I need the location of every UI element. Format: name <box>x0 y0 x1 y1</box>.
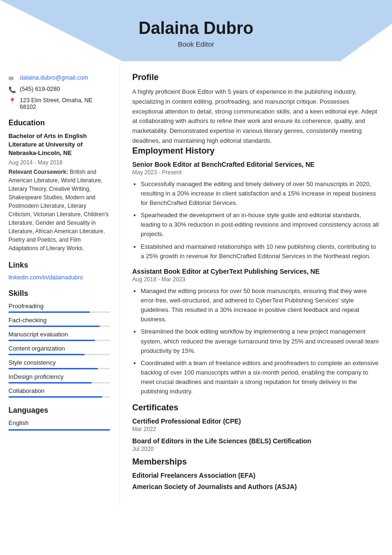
certificate-item: Board of Editors in the Life Sciences (B… <box>132 437 379 452</box>
skill-item: Manuscript evaluation <box>8 331 110 341</box>
job-title: Senior Book Editor at BenchCrafted Edito… <box>132 161 379 168</box>
links-title: Links <box>8 261 110 269</box>
skill-name: Content organization <box>8 345 110 352</box>
education-section: Education Bachelor of Arts in English Li… <box>8 119 110 253</box>
memberships-list: Editorial Freelancers Association (EFA)A… <box>132 472 379 490</box>
languages-list: English <box>8 419 110 431</box>
skill-bar-fill <box>8 396 102 398</box>
jobs-list: Senior Book Editor at BenchCrafted Edito… <box>132 161 379 397</box>
job-item: Senior Book Editor at BenchCrafted Edito… <box>132 161 379 261</box>
employment-section-title: Employment History <box>132 146 379 156</box>
language-name: English <box>8 419 110 426</box>
skill-bar-fill <box>8 340 95 341</box>
phone-icon: 📞 <box>8 86 16 93</box>
membership-item: American Society of Journalists and Auth… <box>132 483 379 490</box>
skill-item: Style consistency <box>8 359 110 369</box>
skill-bar-bg <box>8 340 110 341</box>
profile-text: A highly proficient Book Editor with 5 y… <box>132 87 379 146</box>
cert-date: Jul 2020 <box>132 446 379 452</box>
job-title: Assistant Book Editor at CyberText Publi… <box>132 268 379 275</box>
edu-degree: Bachelor of Arts in English Literature a… <box>8 132 110 158</box>
skill-name: InDesign proficiency <box>8 373 110 380</box>
skills-title: Skills <box>8 289 110 298</box>
linkedin-link[interactable]: linkedin.com/in/dalainadubro <box>8 274 110 281</box>
header-job-title: Book Editor <box>178 40 215 48</box>
skill-bar-bg <box>8 368 110 369</box>
cert-name: Board of Editors in the Life Sciences (B… <box>132 437 379 445</box>
skill-item: Proofreading <box>8 302 110 313</box>
profile-section: Profile A highly proficient Book Editor … <box>132 73 379 146</box>
contact-email-item: ✉ dalaina.dubro@gmail.com <box>8 74 110 82</box>
education-title: Education <box>8 119 110 127</box>
job-item: Assistant Book Editor at CyberText Publi… <box>132 268 379 397</box>
skill-bar-fill <box>8 311 90 313</box>
certificates-section-title: Certificates <box>132 403 379 413</box>
skill-bar-bg <box>8 354 110 355</box>
location-icon: 📍 <box>8 98 16 105</box>
skill-name: Style consistency <box>8 359 110 366</box>
contact-section: ✉ dalaina.dubro@gmail.com 📞 (545) 619-02… <box>8 74 110 110</box>
skill-bar-fill <box>8 326 100 327</box>
links-section: Links linkedin.com/in/dalainadubro <box>8 261 110 281</box>
skill-item: Fact-checking <box>8 317 110 327</box>
skill-bar-fill <box>8 382 92 384</box>
body-layout: ✉ dalaina.dubro@gmail.com 📞 (545) 619-02… <box>0 61 392 506</box>
contact-address-item: 📍 123 Elm Street, Omaha, NE 68102 <box>8 97 110 110</box>
languages-title: Languages <box>8 406 110 415</box>
contact-phone-item: 📞 (545) 619-0280 <box>8 86 110 93</box>
main-content: Profile A highly proficient Book Editor … <box>120 61 392 506</box>
email-icon: ✉ <box>8 75 16 82</box>
header-content: Dalaina Dubro Book Editor <box>0 0 392 61</box>
coursework-label: Relevant Coursework: <box>8 169 68 175</box>
skill-item: Collaboration <box>8 387 110 398</box>
sidebar: ✉ dalaina.dubro@gmail.com 📞 (545) 619-02… <box>0 61 120 506</box>
certificates-list: Certified Professional Editor (CPE) Mar … <box>132 417 379 452</box>
job-bullet: Successfully managed the editing and tim… <box>141 180 379 208</box>
profile-section-title: Profile <box>132 73 379 82</box>
skill-bar-bg <box>8 311 110 313</box>
phone-number: (545) 619-0280 <box>20 86 60 92</box>
memberships-section: Memberships Editorial Freelancers Associ… <box>132 457 379 490</box>
coursework-text: British and American Literature, World L… <box>8 169 109 252</box>
certificates-section: Certificates Certified Professional Edit… <box>132 403 379 452</box>
header-background: Dalaina Dubro Book Editor <box>0 0 392 61</box>
edu-date: Aug 2014 - May 2018 <box>8 159 110 166</box>
address-text: 123 Elm Street, Omaha, NE 68102 <box>20 97 110 110</box>
skill-bar-bg <box>8 382 110 384</box>
resume-wrapper: Dalaina Dubro Book Editor ✉ dalaina.dubr… <box>0 0 392 555</box>
cert-date: Mar 2022 <box>132 426 379 433</box>
cert-name: Certified Professional Editor (CPE) <box>132 417 379 425</box>
skill-item: InDesign proficiency <box>8 373 110 384</box>
job-bullet: Managed the editing process for over 50 … <box>141 286 379 325</box>
email-link[interactable]: dalaina.dubro@gmail.com <box>20 74 88 81</box>
skill-name: Proofreading <box>8 302 110 310</box>
skill-item: Content organization <box>8 345 110 355</box>
skill-bar-fill <box>8 368 98 369</box>
employment-section: Employment History Senior Book Editor at… <box>132 146 379 397</box>
job-bullet: Streamlined the book editing workflow by… <box>141 327 379 355</box>
languages-section: Languages English <box>8 406 110 431</box>
job-bullet: Coordinated with a team of freelance edi… <box>141 359 379 397</box>
certificate-item: Certified Professional Editor (CPE) Mar … <box>132 417 379 433</box>
skill-name: Fact-checking <box>8 317 110 324</box>
edu-coursework: Relevant Coursework: British and America… <box>8 168 110 253</box>
skills-section: Skills Proofreading Fact-checking Manusc… <box>8 289 110 398</box>
skill-name: Manuscript evaluation <box>8 331 110 338</box>
lang-bar-bg <box>8 429 110 431</box>
job-bullet: Established and maintained relationships… <box>141 242 379 261</box>
job-date: Aug 2018 - Mar 2023 <box>132 276 379 283</box>
job-bullet: Spearheaded the development of an in-hou… <box>141 211 379 239</box>
job-date: May 2023 - Present <box>132 169 379 176</box>
skill-bar-bg <box>8 396 110 398</box>
language-item: English <box>8 419 110 431</box>
skill-bar-bg <box>8 326 110 327</box>
membership-name: Editorial Freelancers Association (EFA) <box>132 472 379 479</box>
skill-name: Collaboration <box>8 387 110 394</box>
skills-list: Proofreading Fact-checking Manuscript ev… <box>8 302 110 398</box>
memberships-section-title: Memberships <box>132 457 379 467</box>
lang-bar-fill <box>8 429 110 431</box>
job-bullets-list: Managed the editing process for over 50 … <box>132 286 379 397</box>
membership-name: American Society of Journalists and Auth… <box>132 483 379 490</box>
skill-bar-fill <box>8 354 85 355</box>
header-name: Dalaina Dubro <box>138 18 253 38</box>
